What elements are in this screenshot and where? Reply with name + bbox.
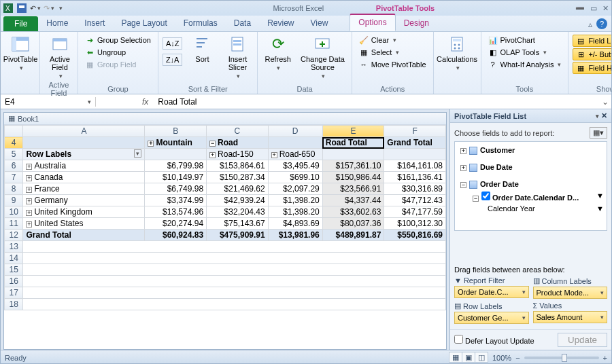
calculations-button[interactable]: Calculations▾ bbox=[438, 33, 477, 73]
fx-icon[interactable]: fx bbox=[137, 97, 154, 107]
sort-desc-icon[interactable]: Z↓A bbox=[163, 54, 183, 66]
qat-customize-icon[interactable]: ▾ bbox=[59, 5, 63, 12]
field-tree[interactable]: +Customer +Due Date −Order Date − Order … bbox=[454, 141, 607, 231]
col-C[interactable]: C bbox=[207, 126, 269, 137]
select-all[interactable] bbox=[5, 126, 23, 137]
name-box[interactable]: E4▾ bbox=[1, 97, 96, 107]
svg-point-16 bbox=[458, 44, 460, 46]
rows-area-icon: ▤ bbox=[454, 302, 461, 310]
svg-rect-6 bbox=[12, 37, 16, 51]
group-selection-button[interactable]: ➜Group Selection bbox=[82, 35, 154, 46]
fieldlist-menu-icon[interactable]: ▾ bbox=[596, 113, 599, 120]
table-row: 6+Australia$6,799.98$153,864.61$3,495.49… bbox=[5, 160, 446, 172]
restore-icon[interactable]: ▭ bbox=[590, 4, 597, 13]
field-headers-toggle[interactable]: ▦Field Headers bbox=[573, 62, 612, 74]
svg-rect-3 bbox=[19, 5, 24, 8]
table-row: 7+Canada$10,149.97$150,287.34$699.10$150… bbox=[5, 172, 446, 183]
filter-icon[interactable]: ▼ bbox=[596, 192, 604, 200]
minimize-icon[interactable]: ➖ bbox=[575, 4, 585, 13]
view-break-icon[interactable]: ◫ bbox=[475, 352, 488, 363]
svg-rect-11 bbox=[233, 43, 241, 46]
table-row: 9+Germany$3,374.99$42,939.24$1,398.20$4,… bbox=[5, 195, 446, 206]
zoom-slider[interactable] bbox=[524, 357, 599, 359]
fieldlist-close-icon[interactable]: ✕ bbox=[601, 111, 607, 120]
svg-point-18 bbox=[458, 48, 460, 50]
zoom-out-icon[interactable]: − bbox=[515, 354, 520, 362]
workbook-title: Book1 bbox=[18, 115, 39, 123]
move-pivot-button[interactable]: ↔Move PivotTable bbox=[356, 59, 429, 70]
expand-fbar-icon[interactable]: ⌄ bbox=[599, 97, 611, 107]
orderdate-check[interactable] bbox=[481, 192, 490, 200]
app-title: Microsoft Excel bbox=[273, 4, 324, 12]
update-button: Update bbox=[558, 333, 607, 347]
vals-area-icon: Σ bbox=[533, 302, 538, 310]
col-E[interactable]: E bbox=[322, 126, 384, 137]
refresh-button[interactable]: ⟳ Refresh▾ bbox=[262, 33, 294, 73]
cols-area[interactable]: Product Mode...▾ bbox=[533, 287, 608, 299]
rows-area[interactable]: Customer Ge...▾ bbox=[454, 312, 529, 324]
view-normal-icon[interactable]: ▦ bbox=[449, 352, 462, 363]
context-title: PivotTable Tools bbox=[368, 3, 443, 14]
table-row: 11+United States$20,274.94$75,143.67$4,8… bbox=[5, 218, 446, 230]
pm-buttons-toggle[interactable]: ⊞+/- Buttons bbox=[573, 48, 612, 60]
clear-button[interactable]: 🧹Clear▾ bbox=[356, 35, 429, 46]
cols-area-icon: ▥ bbox=[533, 276, 540, 285]
excel-icon: X bbox=[3, 3, 13, 13]
insert-slicer-button[interactable]: Insert Slicer▾ bbox=[222, 33, 253, 81]
tab-design[interactable]: Design bbox=[396, 16, 437, 31]
zoom-in-icon[interactable]: + bbox=[603, 354, 607, 362]
svg-text:X: X bbox=[5, 5, 10, 12]
view-layout-icon[interactable]: ▣ bbox=[462, 352, 475, 363]
svg-point-15 bbox=[454, 44, 456, 46]
tab-review[interactable]: Review bbox=[259, 16, 302, 31]
tab-view[interactable]: View bbox=[303, 16, 337, 31]
svg-rect-10 bbox=[233, 40, 241, 42]
col-A[interactable]: A bbox=[23, 126, 145, 137]
save-icon[interactable] bbox=[17, 3, 27, 13]
close-icon[interactable]: ✕ bbox=[602, 4, 609, 13]
col-B[interactable]: B bbox=[145, 126, 207, 137]
undo-icon[interactable]: ↶▾ bbox=[31, 3, 40, 13]
olap-tools-button[interactable]: ◧OLAP Tools▾ bbox=[486, 47, 564, 58]
active-field-button[interactable]: Active Field▾ bbox=[44, 33, 75, 81]
zoom-pct[interactable]: 100% bbox=[492, 354, 511, 362]
tab-formulas[interactable]: Formulas bbox=[175, 16, 226, 31]
pivotchart-button[interactable]: 📊PivotChart bbox=[486, 35, 564, 46]
table-row: 10+United Kingdom$13,574.96$32,204.43$1,… bbox=[5, 206, 446, 218]
tab-data[interactable]: Data bbox=[226, 16, 259, 31]
table-row: 8+France$6,749.98$21,469.62$2,097.29$23,… bbox=[5, 183, 446, 195]
sort-button[interactable]: Sort bbox=[186, 33, 218, 65]
filter-icon[interactable]: ▼ bbox=[596, 204, 604, 213]
defer-check[interactable]: Defer Layout Update bbox=[454, 335, 534, 345]
group-field-button: ▦Group Field bbox=[82, 59, 154, 70]
filter-area-icon: ▼ bbox=[454, 276, 462, 285]
redo-icon[interactable]: ↷▾ bbox=[44, 3, 54, 13]
field-list-toggle[interactable]: ▤Field List bbox=[573, 35, 612, 47]
status-ready: Ready bbox=[5, 354, 27, 362]
vals-area[interactable]: Sales Amount▾ bbox=[533, 311, 608, 323]
select-button[interactable]: ▦Select▾ bbox=[356, 47, 429, 58]
tab-file[interactable]: File bbox=[3, 16, 38, 31]
fieldlist-title: PivotTable Field List bbox=[454, 112, 526, 120]
filter-area[interactable]: Order Date.C...▾ bbox=[454, 286, 529, 298]
tab-options[interactable]: Options bbox=[350, 14, 395, 31]
svg-point-17 bbox=[454, 48, 456, 50]
svg-rect-8 bbox=[53, 39, 67, 41]
layout-icon[interactable]: ▦▾ bbox=[590, 127, 607, 139]
formula-bar[interactable]: Road Total bbox=[154, 97, 599, 107]
help-icon[interactable]: ? bbox=[596, 18, 607, 29]
sort-asc-icon[interactable]: A↓Z bbox=[163, 37, 183, 50]
svg-rect-14 bbox=[453, 39, 461, 41]
col-D[interactable]: D bbox=[268, 126, 322, 137]
tab-insert[interactable]: Insert bbox=[76, 16, 113, 31]
tab-home[interactable]: Home bbox=[38, 16, 76, 31]
rowlabels-filter-icon[interactable]: ▾ bbox=[134, 149, 141, 158]
ungroup-button[interactable]: ⬅Ungroup bbox=[82, 47, 154, 58]
whatif-button[interactable]: ?What-If Analysis▾ bbox=[486, 59, 564, 70]
pivottable-button[interactable]: PivotTable▾ bbox=[5, 33, 36, 73]
col-F[interactable]: F bbox=[384, 126, 446, 137]
change-source-button[interactable]: Change Data Source▾ bbox=[298, 33, 347, 81]
tab-pagelayout[interactable]: Page Layout bbox=[113, 16, 175, 31]
ribbon-min-icon[interactable]: ▵ bbox=[588, 20, 592, 29]
active-cell[interactable]: Road Total bbox=[322, 137, 384, 149]
